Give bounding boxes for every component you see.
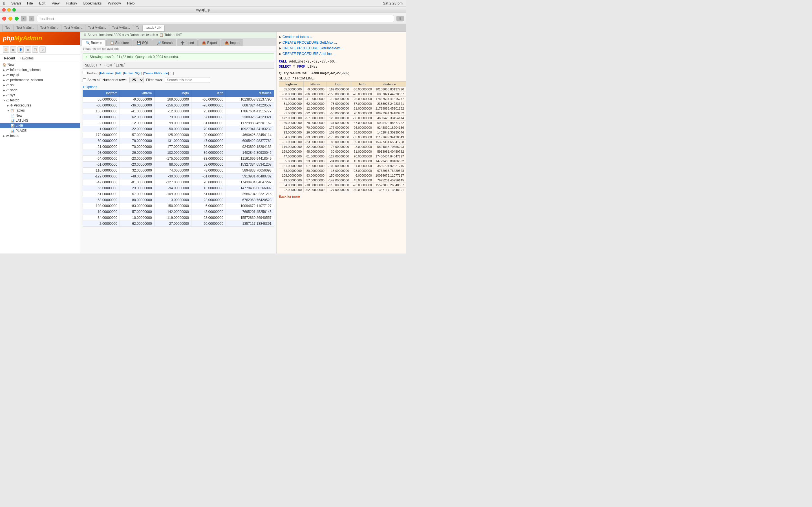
table-cell: 32.00000000 [304, 145, 326, 149]
tab-insert[interactable]: ➕ Insert [177, 40, 198, 46]
table-cell: -129.00000000 [83, 173, 120, 179]
menu-file[interactable]: File [26, 1, 34, 5]
tab-sql[interactable]: 💾 SQL [133, 40, 152, 46]
database-link[interactable]: 🗃 Database: testdb [125, 33, 155, 37]
col-header-latfrom[interactable]: latfrom [120, 90, 154, 97]
tree-tables[interactable]: ▼📋 Tables [0, 108, 80, 113]
tab-7[interactable]: Te [133, 25, 143, 32]
tree-ssdb[interactable]: ▶🗃 ssdb [0, 88, 80, 93]
tab-4[interactable]: Test MySql... [61, 25, 85, 32]
rows-select[interactable]: 25 50 100 [130, 77, 144, 83]
menu-window[interactable]: Window [107, 1, 122, 5]
user-icon[interactable]: 👤 [17, 47, 24, 53]
table-cell: 172.00000000 [279, 116, 304, 121]
tree-testdb[interactable]: ▼🗃 testdb [0, 98, 80, 103]
share-button[interactable]: ⇧ [396, 16, 404, 21]
tree-sys[interactable]: ▶🗃 sys [0, 93, 80, 98]
tab-3[interactable]: Test MySql... [37, 25, 61, 32]
menu-bookmarks[interactable]: Bookmarks [82, 1, 103, 5]
maximize-btn[interactable] [12, 8, 16, 11]
misc-icon[interactable]: 📋 [32, 47, 38, 53]
server-link[interactable]: 🖥 Server: localhost:8889 [83, 33, 121, 37]
create-php-link[interactable]: Create PHP code [144, 71, 168, 75]
col-header-lngfrom[interactable]: lngfrom [83, 90, 120, 97]
apple-menu[interactable]:  [2, 1, 6, 6]
close-btn[interactable] [2, 8, 6, 11]
menu-help[interactable]: Help [126, 1, 136, 5]
browser-max-btn[interactable] [15, 17, 18, 20]
explain-sql-link[interactable]: Explain SQL [124, 71, 141, 75]
table-link[interactable]: 📋 Table: LINE [159, 33, 182, 37]
query-result-label: Query results CALL AddLine(-2,-62,-27,-6… [279, 71, 404, 75]
tree-new[interactable]: 🏠 New [0, 62, 80, 67]
table-cell: 4690426.33454114 [226, 132, 274, 138]
menu-history[interactable]: History [64, 1, 78, 5]
tab-1[interactable]: Tes [2, 25, 13, 32]
minimize-btn[interactable] [7, 8, 11, 11]
list-item[interactable]: ▶ CREATE PROCEDURE AddLine ... [279, 51, 404, 57]
tree-new-table[interactable]: 📄 New [0, 113, 80, 118]
settings-icon[interactable]: ⚙ [25, 47, 31, 53]
tab-5[interactable]: Test MySql... [85, 25, 109, 32]
col-header-latto[interactable]: latto [191, 90, 225, 97]
show-all-checkbox[interactable] [83, 78, 86, 82]
tab-export[interactable]: 📤 Export [198, 40, 220, 46]
back-button[interactable]: ‹ [21, 16, 27, 21]
result-col-header-latto: latto [351, 82, 373, 87]
list-item[interactable]: ▶ Creation of tables ... [279, 34, 404, 40]
profiling-checkbox[interactable] [83, 71, 86, 74]
table-cell: 23.00000000 [304, 159, 326, 164]
table-cell: 9243890.18204136 [226, 144, 274, 150]
refresh-icon[interactable]: ↺ [40, 47, 46, 53]
table-cell: 11729883.45201162 [226, 120, 274, 126]
tree-performance-schema[interactable]: ▶🗃 performance_schema [0, 77, 80, 82]
tree-sssl[interactable]: ▶🗃 ssl [0, 82, 80, 88]
menu-edit[interactable]: Edit [38, 1, 47, 5]
forward-button[interactable]: › [29, 16, 35, 21]
table-cell: -68.00000000 [279, 92, 304, 97]
filter-input[interactable] [165, 77, 210, 83]
tree-mysql[interactable]: ▶🗃 mysql [0, 72, 80, 77]
browser-close-btn[interactable] [2, 17, 6, 20]
options-link[interactable]: + Options [80, 84, 276, 90]
table-cell: 99.00000000 [154, 120, 191, 126]
tab-6[interactable]: Test MySql... [109, 25, 133, 32]
edit-inline-link[interactable]: Edit inline [100, 71, 114, 75]
home-icon[interactable]: 🏠 [3, 47, 9, 53]
tree-tested[interactable]: ▶🗃 tested [0, 133, 80, 138]
browser-min-btn[interactable] [8, 17, 12, 20]
menu-safari[interactable]: Safari [10, 1, 22, 5]
table-cell: 6087824.44220537 [226, 103, 274, 108]
table-cell: 43.00000000 [351, 178, 373, 183]
table-cell: -21.00000000 [83, 144, 120, 150]
tab-structure[interactable]: 📋 Structure [106, 40, 133, 46]
col-header-distance[interactable]: distance [226, 90, 274, 97]
tree-procedures[interactable]: ▶⚙ Procedures [0, 103, 80, 108]
tab-2[interactable]: Test MySql... [13, 25, 37, 32]
list-item[interactable]: ▶ CREATE PROCEDURE GetPlaceMax ... [279, 45, 404, 51]
tree-information-schema[interactable]: ▶🗃 information_schema [0, 67, 80, 72]
edit-link[interactable]: Edit [116, 71, 121, 75]
tab-browse[interactable]: 🔍 Browse [82, 40, 106, 46]
table-cell: -1.00000000 [279, 111, 304, 116]
col-header-lngto[interactable]: lngto [154, 90, 191, 97]
list-item[interactable]: ▶ CREATE PROCEDURE GetLMax ... [279, 40, 404, 45]
table-cell: 12.00000000 [120, 120, 154, 126]
table-cell: 10138058.83137790 [226, 97, 274, 103]
tree-line[interactable]: 📊 LINE [0, 123, 80, 128]
table-row: 31.0000000062.0000000073.0000000057.0000… [279, 101, 406, 106]
table-cell: -31.00000000 [191, 120, 225, 126]
address-bar[interactable]: localhost [37, 15, 394, 22]
back-for-more-link[interactable]: Back for more [279, 194, 404, 199]
tree-latlng[interactable]: 📊 LATLNG [0, 118, 80, 123]
favorites-tab[interactable]: Favorites [18, 56, 35, 61]
tab-8[interactable]: testdb / LIN [143, 25, 165, 32]
tab-search[interactable]: 🔎 Search [153, 40, 176, 46]
table-cell: 31.00000000 [279, 101, 304, 106]
db-icon[interactable]: 🗃 [10, 47, 16, 53]
recent-tab[interactable]: Recent [3, 56, 16, 61]
tree-place[interactable]: 📊 PLACE [0, 128, 80, 133]
table-cell: 62.00000000 [120, 114, 154, 120]
menu-view[interactable]: View [50, 1, 61, 5]
tab-import[interactable]: 📥 Import [221, 40, 243, 46]
